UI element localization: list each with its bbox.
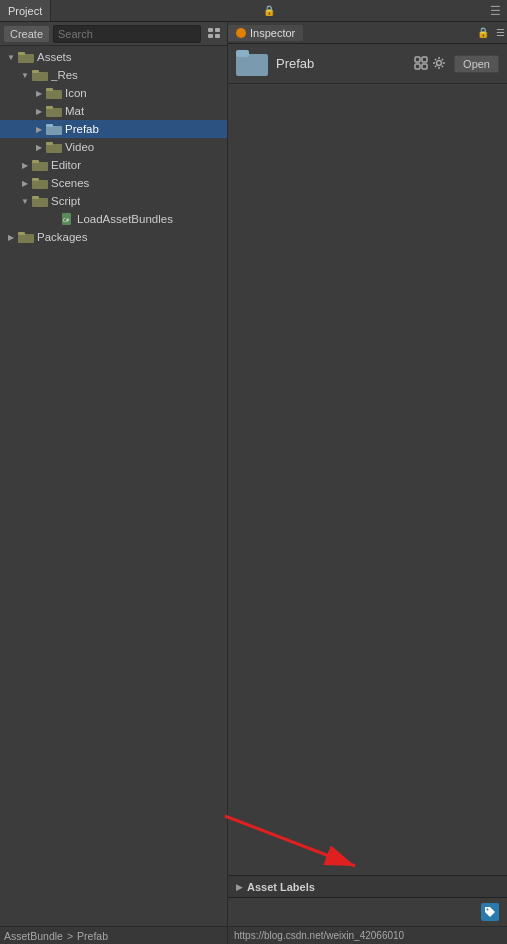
breadcrumb-sep: > <box>67 930 73 942</box>
svg-rect-26 <box>18 232 25 235</box>
svg-rect-0 <box>208 28 213 32</box>
tree-item-loadassetbundles[interactable]: C# LoadAssetBundles <box>0 210 227 228</box>
icon-folder-icon <box>46 86 62 100</box>
tree-item-prefab[interactable]: Prefab <box>0 120 227 138</box>
left-bottom-bar: AssetBundle > Prefab <box>0 926 227 944</box>
svg-rect-6 <box>18 52 25 55</box>
svg-rect-16 <box>46 142 53 145</box>
project-tab-label: Project <box>8 5 42 17</box>
svg-rect-13 <box>46 126 62 135</box>
prefab-header-title: Prefab <box>276 56 406 71</box>
prefab-header-folder-icon <box>236 48 268 79</box>
packages-label: Packages <box>37 231 88 243</box>
asset-labels-section: ▶ Asset Labels <box>228 875 507 926</box>
breadcrumb-prefab: Prefab <box>77 930 108 942</box>
url-text: https://blog.csdn.net/weixin_42066010 <box>234 930 404 941</box>
open-button[interactable]: Open <box>454 55 499 73</box>
svg-rect-29 <box>415 57 420 62</box>
svg-point-34 <box>487 909 489 911</box>
project-tab[interactable]: Project <box>0 0 51 21</box>
assets-arrow <box>4 50 18 64</box>
scenes-label: Scenes <box>51 177 89 189</box>
prefab-arrow <box>32 122 46 136</box>
svg-rect-8 <box>32 70 39 73</box>
loadassetbundles-label: LoadAssetBundles <box>77 213 173 225</box>
res-label: _Res <box>51 69 78 81</box>
loadasset-arrow <box>46 212 60 226</box>
svg-rect-21 <box>32 198 48 207</box>
svg-rect-30 <box>422 57 427 62</box>
mat-label: Mat <box>65 105 84 117</box>
editor-label: Editor <box>51 159 81 171</box>
prefab-settings-btn[interactable] <box>432 56 446 72</box>
script-label: Script <box>51 195 80 207</box>
tree-item-assets[interactable]: Assets <box>0 48 227 66</box>
tree-item-mat[interactable]: Mat <box>0 102 227 120</box>
loadasset-file-icon: C# <box>60 212 74 226</box>
scenes-arrow <box>18 176 32 190</box>
tree-item-packages[interactable]: Packages <box>0 228 227 246</box>
editor-arrow <box>18 158 32 172</box>
icon-label: Icon <box>65 87 87 99</box>
svg-rect-27 <box>236 54 268 76</box>
svg-rect-1 <box>215 28 220 32</box>
svg-text:C#: C# <box>63 217 69 223</box>
search-input[interactable] <box>53 25 201 43</box>
editor-folder-icon <box>32 158 48 172</box>
asset-labels-header[interactable]: ▶ Asset Labels <box>228 876 507 898</box>
inspector-lock-btn[interactable]: 🔒 <box>475 26 491 39</box>
project-panel-lock-btn[interactable]: 🔒 <box>261 5 277 16</box>
inspector-menu-btn[interactable]: ☰ <box>494 26 507 39</box>
tree-item-icon[interactable]: Icon <box>0 84 227 102</box>
svg-rect-11 <box>46 108 62 117</box>
asset-labels-collapse-arrow: ▶ <box>236 882 243 892</box>
svg-rect-12 <box>46 106 53 109</box>
project-panel-menu-btn[interactable]: ☰ <box>488 4 503 18</box>
video-folder-icon <box>46 140 62 154</box>
inspector-body <box>228 84 507 875</box>
res-arrow <box>18 68 32 82</box>
url-bar: https://blog.csdn.net/weixin_42066010 <box>228 926 507 944</box>
tree-item-res[interactable]: _Res <box>0 66 227 84</box>
svg-rect-18 <box>32 160 39 163</box>
video-arrow <box>32 140 46 154</box>
script-arrow <box>18 194 32 208</box>
tree-item-script[interactable]: Script <box>0 192 227 210</box>
script-folder-icon <box>32 194 48 208</box>
icon-arrow <box>32 86 46 100</box>
tree-item-video[interactable]: Video <box>0 138 227 156</box>
svg-rect-5 <box>18 54 34 63</box>
mat-arrow <box>32 104 46 118</box>
svg-rect-28 <box>236 50 249 57</box>
scenes-folder-icon <box>32 176 48 190</box>
prefab-header: Prefab <box>228 44 507 84</box>
svg-rect-22 <box>32 196 39 199</box>
svg-rect-20 <box>32 178 39 181</box>
folder-view-btn[interactable] <box>205 27 223 41</box>
prefab-expand-btn[interactable] <box>414 56 428 72</box>
prefab-label: Prefab <box>65 123 99 135</box>
assets-folder-icon <box>18 50 34 64</box>
svg-rect-15 <box>46 144 62 153</box>
svg-rect-3 <box>215 34 220 38</box>
svg-rect-7 <box>32 72 48 81</box>
svg-rect-32 <box>422 64 427 69</box>
svg-rect-9 <box>46 90 62 99</box>
res-folder-icon <box>32 68 48 82</box>
inspector-tab[interactable]: Inspector <box>228 25 303 41</box>
inspector-tab-label: Inspector <box>250 27 295 39</box>
inspector-tab-icon <box>236 28 246 38</box>
svg-rect-19 <box>32 180 48 189</box>
mat-folder-icon <box>46 104 62 118</box>
labels-tag-icon[interactable] <box>481 903 499 921</box>
svg-rect-17 <box>32 162 48 171</box>
create-button[interactable]: Create <box>4 26 49 42</box>
svg-rect-10 <box>46 88 53 91</box>
svg-rect-2 <box>208 34 213 38</box>
svg-rect-31 <box>415 64 420 69</box>
tree-item-scenes[interactable]: Scenes <box>0 174 227 192</box>
tree-item-editor[interactable]: Editor <box>0 156 227 174</box>
assets-label: Assets <box>37 51 72 63</box>
svg-point-33 <box>437 60 442 65</box>
breadcrumb-assetbundle: AssetBundle <box>4 930 63 942</box>
